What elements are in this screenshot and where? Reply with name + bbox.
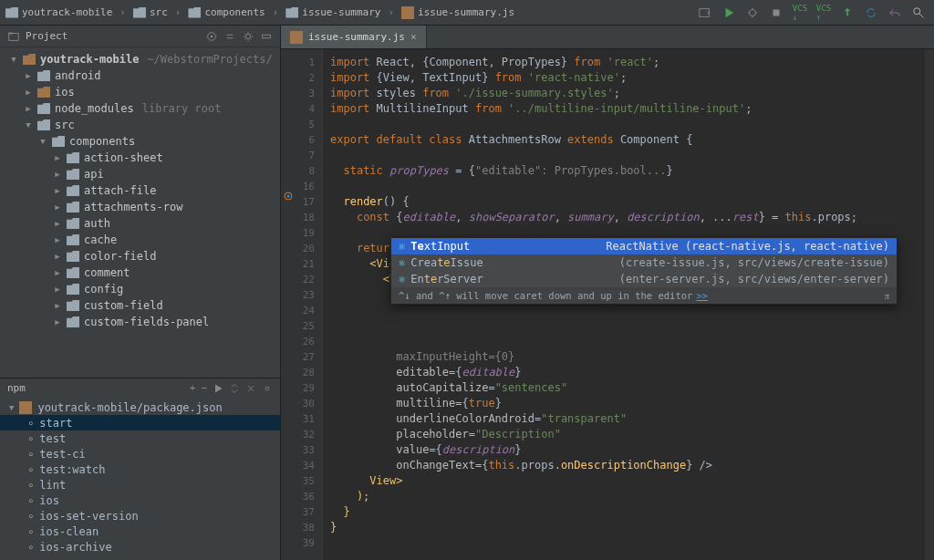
tree-item-action-sheet[interactable]: action-sheet <box>0 150 280 166</box>
breadcrumb-item[interactable]: components <box>188 6 265 18</box>
folder-icon <box>52 136 65 147</box>
completion-more-link[interactable]: >> <box>696 290 708 301</box>
tree-item-android[interactable]: android <box>0 67 280 84</box>
tab-label: issue-summary.js <box>308 31 405 43</box>
breadcrumb-item[interactable]: issue-summary.js <box>401 6 514 19</box>
collapse-icon[interactable] <box>223 30 236 43</box>
tree-item-label: attachments-row <box>84 201 182 213</box>
add-icon[interactable]: + <box>190 382 196 394</box>
code-area[interactable]: import React, {Component, PropTypes} fro… <box>323 49 925 560</box>
undo-button[interactable] <box>885 4 905 22</box>
tree-item-label: cache <box>84 233 117 246</box>
react-icon: ⚛ <box>399 240 405 253</box>
npm-root[interactable]: ▼ youtrack-mobile/package.json <box>0 399 280 415</box>
npm-script-lint[interactable]: ∘lint <box>0 477 280 493</box>
npm-root-name: youtrack-mobile/package.json <box>37 401 222 414</box>
breadcrumb-item[interactable]: youtrack-mobile <box>5 6 112 18</box>
project-panel-header[interactable]: Project <box>0 26 280 47</box>
tree-item-comment[interactable]: comment <box>0 264 280 281</box>
search-button[interactable] <box>908 4 929 22</box>
tree-item-src[interactable]: src <box>0 117 280 133</box>
tree-root[interactable]: youtrack-mobile ~/WebstormProjects/ <box>0 51 280 67</box>
folder-icon <box>67 300 79 311</box>
npm-script-label: start <box>39 417 72 430</box>
expand-all-icon[interactable] <box>229 383 240 394</box>
tree-item-label: components <box>69 135 135 148</box>
tree-item-api[interactable]: api <box>0 166 280 182</box>
folder-icon <box>67 316 79 327</box>
npm-script-start[interactable]: ∘start <box>0 415 280 430</box>
tree-item-auth[interactable]: auth <box>0 215 280 232</box>
folder-icon <box>37 119 50 130</box>
tree-item-ios[interactable]: ios <box>0 84 280 100</box>
project-panel-title: Project <box>26 30 200 42</box>
folder-icon <box>67 185 79 196</box>
tree-item-attachments-row[interactable]: attachments-row <box>0 199 280 215</box>
completion-footer: ^↓ and ^↑ will move caret down and up in… <box>391 287 897 304</box>
root-path: ~/WebstormProjects/ <box>147 53 272 66</box>
folder-icon <box>23 54 36 65</box>
line-gutter[interactable]: 1 2 3 4 5 6 7 8 16 17 18 19 20 21 22 23 … <box>281 49 323 560</box>
run-script-icon[interactable] <box>213 383 223 394</box>
npm-script-ios-set-version[interactable]: ∘ios-set-version <box>0 508 280 524</box>
tree-item-components[interactable]: components <box>0 133 280 150</box>
tree-item-color-field[interactable]: color-field <box>0 248 280 264</box>
close-icon[interactable]: × <box>410 31 417 43</box>
react-icon: ⚛ <box>399 256 405 269</box>
push-button[interactable] <box>837 4 857 22</box>
breadcrumb-item[interactable]: issue-summary <box>285 6 380 18</box>
breadcrumb-toolbar: youtrack-mobile src components issue-sum… <box>0 0 934 26</box>
remove-icon[interactable]: − <box>201 382 207 394</box>
completion-hint: ReactNative (react-native.js, react-nati… <box>606 240 889 253</box>
breadcrumb-item[interactable]: src <box>133 6 168 18</box>
sync-button[interactable] <box>861 4 881 22</box>
npm-script-test:watch[interactable]: ∘test:watch <box>0 461 280 477</box>
tree-item-custom-fields-panel[interactable]: custom-fields-panel <box>0 314 280 330</box>
npm-scripts-tree[interactable]: ▼ youtrack-mobile/package.json ∘start∘te… <box>0 398 280 560</box>
svg-rect-0 <box>700 8 710 16</box>
pi-icon: π <box>885 291 889 301</box>
completion-item[interactable]: ⚛TextInputReactNative (react-native.js, … <box>391 238 897 254</box>
completion-label: EnterServer <box>410 273 483 285</box>
stop-button[interactable] <box>766 4 786 22</box>
npm-script-test-ci[interactable]: ∘test-ci <box>0 446 280 461</box>
run-button[interactable] <box>719 4 739 22</box>
tree-item-cache[interactable]: cache <box>0 232 280 248</box>
tree-item-custom-field[interactable]: custom-field <box>0 297 280 314</box>
tree-item-label: custom-field <box>84 299 163 312</box>
svg-rect-9 <box>263 35 271 38</box>
folder-icon <box>67 152 79 163</box>
npm-script-ios-archive[interactable]: ∘ios-archive <box>0 539 280 555</box>
npm-script-ios-clean[interactable]: ∘ios-clean <box>0 524 280 539</box>
debug-button[interactable] <box>742 4 763 22</box>
tree-item-config[interactable]: config <box>0 281 280 297</box>
project-tree[interactable]: youtrack-mobile ~/WebstormProjects/ andr… <box>0 47 280 378</box>
npm-script-ios[interactable]: ∘ios <box>0 493 280 508</box>
run-config-dropdown[interactable] <box>695 4 715 22</box>
svg-point-10 <box>265 387 269 390</box>
project-sidebar: Project youtrack-mobile ~/WebstormProjec… <box>0 26 281 560</box>
npm-panel-header[interactable]: npm + − <box>0 378 280 398</box>
tree-item-label: action-sheet <box>84 151 163 164</box>
vcs-update-button[interactable]: VCS↓ <box>790 4 810 22</box>
tree-item-node_modules[interactable]: node_moduleslibrary root <box>0 100 280 117</box>
folder-icon <box>37 103 50 114</box>
completion-item[interactable]: ⚛CreateIssue(create-issue.js, src/views/… <box>391 254 897 271</box>
scrollbar[interactable] <box>925 49 934 560</box>
completion-item[interactable]: ⚛EnterServer(enter-server.js, src/views/… <box>391 271 897 287</box>
gear-icon[interactable] <box>242 30 254 43</box>
tree-item-attach-file[interactable]: attach-file <box>0 182 280 199</box>
gear-icon[interactable] <box>262 383 273 394</box>
project-icon <box>7 30 20 43</box>
npm-script-test[interactable]: ∘test <box>0 430 280 446</box>
hide-icon[interactable] <box>260 30 273 43</box>
svg-point-3 <box>914 7 920 14</box>
target-icon[interactable] <box>205 30 218 43</box>
svg-point-1 <box>750 9 756 16</box>
npm-script-label: ios-set-version <box>39 510 138 523</box>
collapse-all-icon[interactable] <box>245 383 256 394</box>
vcs-commit-button[interactable]: VCS↑ <box>814 4 834 22</box>
editor-tab[interactable]: issue-summary.js × <box>281 26 427 48</box>
svg-rect-4 <box>9 33 19 40</box>
tree-item-label: custom-fields-panel <box>84 316 209 328</box>
